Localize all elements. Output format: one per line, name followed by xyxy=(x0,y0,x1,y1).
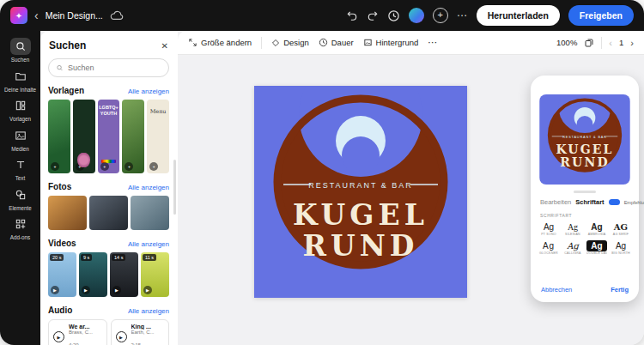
font-sample: Ag xyxy=(538,240,559,251)
font-name: Calligra xyxy=(562,251,583,255)
template-thumbnail[interactable]: Menu + xyxy=(147,100,169,173)
template-thumbnail[interactable]: LGBTQ+YOUTH + xyxy=(98,100,120,173)
schedule-icon[interactable] xyxy=(387,9,400,22)
sidebar-item-media[interactable]: Medien xyxy=(2,127,39,153)
template-thumbnail[interactable]: + xyxy=(73,100,95,173)
resize-button[interactable]: Größe ändern xyxy=(188,38,252,47)
font-option[interactable]: Ag Big North xyxy=(611,240,631,255)
panel-scrollbar[interactable] xyxy=(173,160,176,215)
template-caption: LGBTQ+YOUTH xyxy=(98,105,120,117)
logo-design-small: RESTAURANT & BAR KUGEL RUND xyxy=(539,94,630,185)
rail-label: Elemente xyxy=(9,205,32,212)
video-thumbnail[interactable]: 11 s ▶ xyxy=(141,252,169,297)
toolbar-right-group: 100% ‹ 1 › xyxy=(556,37,634,49)
pages-badge-icon: + xyxy=(125,162,133,171)
design-button[interactable]: Design xyxy=(271,38,309,47)
audio-item[interactable]: ▶ King ... Earth, C... 2:15 xyxy=(111,319,170,345)
share-button[interactable]: Freigeben xyxy=(568,5,634,26)
sidebar-item-search[interactable]: Suchen xyxy=(2,38,39,64)
font-option[interactable]: Ag Ambrosia xyxy=(586,221,607,236)
photo-thumbnail[interactable] xyxy=(48,196,87,230)
redo-icon[interactable] xyxy=(367,9,379,21)
audio-title: King ... xyxy=(131,324,155,330)
photo-thumbnail[interactable] xyxy=(89,196,128,230)
font-name: Double Dag xyxy=(586,251,607,255)
video-duration-badge: 11 s xyxy=(143,254,156,261)
logo-design: RESTAURANT & BAR KUGEL RUND xyxy=(254,86,467,298)
mobile-design-preview[interactable]: RESTAURANT & BAR KUGEL RUND xyxy=(539,94,630,185)
video-thumbnail[interactable]: 14 s ▶ xyxy=(110,252,138,297)
addons-icon xyxy=(10,215,31,233)
recommendations-label[interactable]: Empfehlungen xyxy=(624,200,644,205)
next-page-icon[interactable]: › xyxy=(630,38,634,48)
shapes-icon xyxy=(10,186,31,203)
font-option[interactable]: Ag PT Sono xyxy=(538,221,559,236)
see-all-photos-link[interactable]: Alle anzeigen xyxy=(128,184,169,191)
sidebar-item-addons[interactable]: Add-ons xyxy=(2,215,39,241)
user-avatar[interactable] xyxy=(409,8,424,23)
play-icon[interactable]: ▶ xyxy=(53,331,64,342)
font-option[interactable]: Ag Silesian xyxy=(562,221,583,236)
pages-icon[interactable] xyxy=(584,38,594,48)
moon-cutout xyxy=(342,136,380,174)
close-icon[interactable]: ✕ xyxy=(161,41,168,51)
font-sheet-actions: Abbrechen Fertig xyxy=(541,286,629,294)
sidebar-item-text[interactable]: Text xyxy=(2,156,39,182)
duration-button[interactable]: Dauer xyxy=(319,38,354,47)
sidebar-item-templates[interactable]: Vorlagen xyxy=(2,97,39,123)
search-input[interactable] xyxy=(68,64,161,72)
play-icon[interactable]: ▶ xyxy=(116,331,127,342)
background-button[interactable]: Hintergrund xyxy=(363,38,419,47)
artboard[interactable]: RESTAURANT & BAR KUGEL RUND xyxy=(254,86,467,298)
font-option[interactable]: Ag Glockner xyxy=(538,240,559,255)
adobe-express-logo-icon[interactable]: ✦ xyxy=(10,7,27,24)
badge-tagline: RESTAURANT & BAR xyxy=(562,136,607,139)
tab-edit[interactable]: Bearbeiten xyxy=(540,198,571,206)
undo-icon[interactable] xyxy=(346,9,358,21)
sidebar-item-your-content[interactable]: Deine Inhalte xyxy=(2,68,39,94)
template-thumbnail[interactable]: + xyxy=(48,100,70,173)
audio-item[interactable]: ▶ We ar... Brass, C... 4:20 xyxy=(48,319,107,345)
audio-subtitle: Earth, C... xyxy=(131,330,155,335)
download-button[interactable]: Herunterladen xyxy=(477,5,560,26)
see-all-videos-link[interactable]: Alle anzeigen xyxy=(128,240,169,248)
font-name: AG Serif xyxy=(611,233,631,236)
rail-label: Add-ons xyxy=(10,234,30,241)
section-title-audio: Audio xyxy=(48,306,72,315)
document-title[interactable]: Mein Design... xyxy=(46,10,103,21)
sheet-handle[interactable] xyxy=(574,191,596,193)
toolbar-more-icon[interactable]: ⋯ xyxy=(428,37,438,48)
design-icon xyxy=(271,39,280,47)
photos-row xyxy=(48,196,169,230)
photo-thumbnail[interactable] xyxy=(131,196,169,230)
tab-font[interactable]: Schriftart xyxy=(575,198,604,206)
template-thumbnail[interactable]: + xyxy=(122,100,144,173)
section-title-templates: Vorlagen xyxy=(48,86,84,95)
pages-badge-icon: + xyxy=(100,162,109,171)
rail-label: Suchen xyxy=(11,57,29,64)
play-icon: ▶ xyxy=(51,286,59,294)
pages-badge-icon: + xyxy=(149,162,158,171)
video-thumbnail[interactable]: 20 s ▶ xyxy=(48,252,76,297)
video-thumbnail[interactable]: 9 s ▶ xyxy=(79,252,107,297)
zoom-level[interactable]: 100% xyxy=(556,38,577,47)
font-sample: Ag xyxy=(586,221,607,233)
font-section-label: SCHRIFTART xyxy=(540,213,629,218)
see-all-audio-link[interactable]: Alle anzeigen xyxy=(128,307,169,315)
font-option[interactable]: Ag Calligra xyxy=(562,240,583,255)
back-chevron-icon[interactable]: ‹ xyxy=(34,9,39,21)
sidebar-item-elements[interactable]: Elemente xyxy=(2,186,39,212)
cloud-sync-icon xyxy=(110,10,124,21)
audio-meta: King ... Earth, C... 2:15 xyxy=(131,324,155,345)
toolbar-divider xyxy=(261,37,262,49)
play-icon: ▶ xyxy=(112,286,121,294)
font-name: Big North xyxy=(611,251,631,255)
previous-page-icon[interactable]: ‹ xyxy=(609,38,612,48)
more-options-icon[interactable]: ⋯ xyxy=(457,9,468,21)
add-collaborator-icon[interactable]: + xyxy=(433,8,448,23)
done-button[interactable]: Fertig xyxy=(611,286,629,294)
cancel-button[interactable]: Abbrechen xyxy=(541,286,572,294)
font-option[interactable]: AG AG Serif xyxy=(611,221,631,236)
font-option-selected[interactable]: Ag Double Dag xyxy=(586,240,607,255)
see-all-templates-link[interactable]: Alle anzeigen xyxy=(128,88,169,95)
